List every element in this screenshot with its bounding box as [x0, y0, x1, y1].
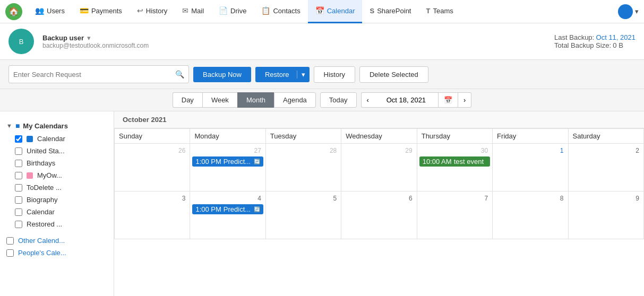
sidebar-item-todelete[interactable]: ToDelete ... — [0, 181, 114, 194]
my-calendars-group: ▼ ■ My Calendars Calendar United Sta... … — [0, 117, 114, 232]
sidebar-checkbox-peoples[interactable] — [6, 249, 14, 257]
sharepoint-icon: S — [370, 7, 374, 15]
sidebar-label-restored: Restored ... — [27, 220, 62, 228]
calendar-day-29: 29 — [341, 144, 417, 191]
delete-selected-button[interactable]: Delete Selected — [359, 66, 428, 83]
sidebar-checkbox-birthdays[interactable] — [15, 160, 22, 167]
payments-icon: 💳 — [80, 6, 89, 15]
user-name-caret[interactable]: ▾ — [87, 34, 91, 42]
day-number: 6 — [344, 194, 414, 203]
nav-label-users: Users — [47, 7, 65, 15]
nav-user[interactable]: 👤 ▾ — [618, 4, 639, 19]
nav-item-calendar[interactable]: 📅 Calendar — [308, 0, 363, 23]
view-agenda-button[interactable]: Agenda — [274, 92, 316, 108]
nav-item-contacts[interactable]: 📋 Contacts — [254, 0, 307, 23]
nav-item-history[interactable]: ↩ History — [130, 0, 175, 23]
day-number: 1 — [495, 146, 565, 155]
total-size-info: Total Backup Size: 0 B — [554, 41, 636, 49]
event-item[interactable]: 1:00 PM Predict... 🔄 — [192, 204, 263, 214]
search-icon[interactable]: 🔍 — [175, 70, 184, 79]
drive-icon: 📄 — [219, 6, 228, 15]
day-number: 28 — [268, 146, 339, 155]
calendar-day-5: 5 — [265, 191, 341, 239]
restore-dropdown-button[interactable]: Restore ▾ — [255, 67, 310, 82]
sidebar-item-peoples[interactable]: People's Cale... — [0, 247, 114, 259]
sidebar-item-biography[interactable]: Biography — [0, 194, 114, 206]
col-thursday: Thursday — [417, 129, 492, 144]
nav-item-teams[interactable]: T Teams — [418, 0, 460, 23]
sync-icon: 🔄 — [254, 206, 260, 212]
event-item[interactable]: 10:00 AM test event — [419, 156, 490, 167]
sidebar-checkbox-todelete[interactable] — [15, 184, 22, 191]
user-initial: B — [19, 38, 24, 46]
nav-item-users[interactable]: 👥 Users — [28, 0, 72, 23]
nav-label-history: History — [146, 7, 167, 15]
toggle-icon[interactable]: ▼ — [6, 123, 12, 129]
calendar-day-6: 6 — [341, 191, 417, 239]
sidebar-label-other: Other Calend... — [18, 237, 65, 245]
day-number: 26 — [117, 146, 187, 155]
nav-item-sharepoint[interactable]: S SharePoint — [362, 0, 418, 23]
event-title: Predict... — [224, 158, 252, 166]
sidebar-item-calendar2[interactable]: Calendar — [0, 206, 114, 218]
sidebar-checkbox-restored[interactable] — [15, 221, 22, 228]
sidebar-item-myown[interactable]: MyOw... — [0, 169, 114, 181]
backup-info: Last Backup: Oct 11, 2021 Total Backup S… — [554, 33, 636, 49]
day-number: 7 — [419, 194, 490, 203]
history-button[interactable]: History — [314, 66, 355, 83]
calendar-picker-button[interactable]: 📅 — [438, 92, 458, 108]
user-info: Backup user ▾ backup@testoutlook.onmicro… — [42, 34, 546, 49]
sidebar-label-peoples: People's Cale... — [18, 249, 66, 257]
calendar-icon: 📅 — [315, 6, 324, 15]
nav-item-drive[interactable]: 📄 Drive — [211, 0, 254, 23]
my-calendars-header[interactable]: ▼ ■ My Calendars — [0, 119, 114, 133]
day-number: 2 — [571, 146, 641, 155]
sidebar-item-restored[interactable]: Restored ... — [0, 218, 114, 230]
event-item[interactable]: 1:00 PM Predict... 🔄 — [192, 156, 263, 167]
calendar-day-9: 9 — [568, 191, 643, 239]
calendar-day-4: 4 1:00 PM Predict... 🔄 — [190, 191, 265, 239]
restore-caret-icon[interactable]: ▾ — [297, 71, 310, 79]
next-month-button[interactable]: › — [458, 92, 471, 108]
calendar-week-row: 26 27 1:00 PM Predict... 🔄 28 — [115, 144, 644, 191]
nav-item-mail[interactable]: ✉ Mail — [175, 0, 211, 23]
view-month-button[interactable]: Month — [237, 92, 274, 108]
search-input[interactable] — [13, 71, 175, 79]
event-title: test event — [454, 158, 487, 166]
nav-label-drive: Drive — [230, 7, 246, 15]
sidebar-checkbox-myown[interactable] — [15, 172, 22, 179]
today-button[interactable]: Today — [320, 92, 357, 108]
calendar-day-26: 26 — [115, 144, 190, 191]
sidebar-item-calendar[interactable]: Calendar — [0, 133, 114, 145]
sidebar-checkbox-other[interactable] — [6, 237, 14, 245]
home-icon[interactable]: 🏠 — [5, 3, 22, 20]
col-monday: Monday — [190, 129, 265, 144]
nav-item-payments[interactable]: 💳 Payments — [72, 0, 130, 23]
sidebar-item-birthdays[interactable]: Birthdays — [0, 157, 114, 169]
sidebar-checkbox-calendar2[interactable] — [15, 208, 22, 216]
backup-now-button[interactable]: Backup Now — [193, 67, 251, 82]
search-box[interactable]: 🔍 — [8, 65, 189, 83]
mail-icon: ✉ — [182, 6, 188, 15]
col-sunday: Sunday — [115, 129, 190, 144]
sidebar-item-unitedsta[interactable]: United Sta... — [0, 145, 114, 157]
sidebar-checkbox-unitedsta[interactable] — [15, 147, 22, 155]
user-avatar-small: 👤 — [618, 4, 633, 19]
event-time: 1:00 PM — [195, 205, 221, 213]
history-icon: ↩ — [137, 6, 143, 15]
sidebar-item-other[interactable]: Other Calend... — [0, 234, 114, 247]
prev-month-button[interactable]: ‹ — [361, 92, 374, 108]
day-number: 29 — [344, 146, 414, 155]
sidebar-label-calendar: Calendar — [37, 135, 65, 143]
nav-items: 👥 Users 💳 Payments ↩ History ✉ Mail 📄 Dr… — [28, 0, 618, 23]
sidebar-checkbox-calendar[interactable] — [15, 135, 22, 143]
calendar-day-1: 1 — [493, 144, 568, 191]
nav-label-mail: Mail — [191, 7, 204, 15]
day-number: 4 — [192, 194, 263, 203]
view-week-button[interactable]: Week — [202, 92, 237, 108]
view-day-button[interactable]: Day — [173, 92, 202, 108]
nav-label-sharepoint: SharePoint — [377, 7, 411, 15]
col-saturday: Saturday — [568, 129, 643, 144]
sidebar-checkbox-biography[interactable] — [15, 196, 22, 204]
subheader: B Backup user ▾ backup@testoutlook.onmic… — [0, 23, 644, 60]
